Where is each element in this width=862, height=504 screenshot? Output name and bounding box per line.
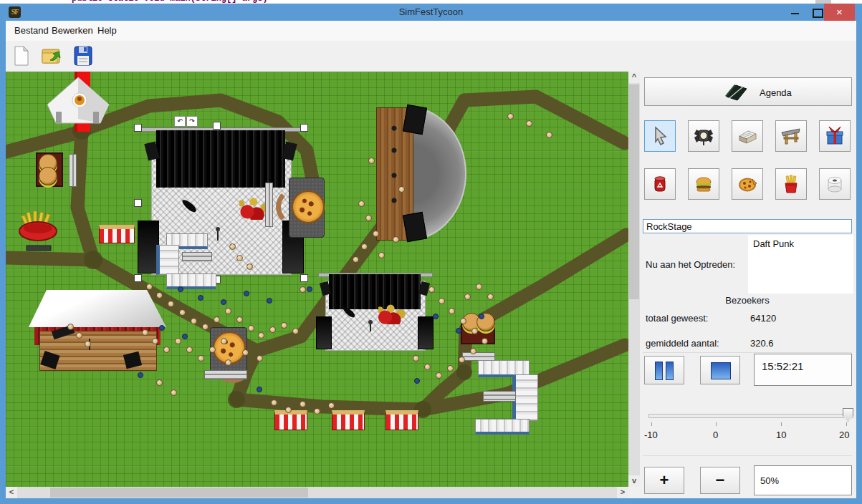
striped-stall-left[interactable]: [99, 225, 135, 243]
pizza-stand-bottom[interactable]: [203, 326, 254, 379]
toilet-roll-icon: [824, 173, 846, 195]
stop-button[interactable]: [700, 356, 740, 384]
zoom-level-value: 50%: [760, 475, 779, 486]
tool-stage[interactable]: [732, 120, 763, 152]
slider-label-min: -10: [644, 430, 658, 440]
rotate-cw-icon[interactable]: ↷: [186, 116, 198, 127]
tool-toilet-roll[interactable]: [819, 168, 851, 200]
bench[interactable]: [483, 391, 516, 402]
tool-spotlight[interactable]: [688, 120, 719, 152]
zoom-level-field[interactable]: 50%: [754, 465, 852, 495]
agenda-button[interactable]: Agenda: [644, 77, 852, 106]
side-panel: Agenda: [643, 72, 856, 498]
rotate-ccw-icon[interactable]: ↶: [174, 116, 186, 127]
center-stage[interactable]: [316, 273, 434, 352]
selection-handle[interactable]: [300, 274, 308, 282]
stage-name-field[interactable]: RockStage: [643, 219, 852, 233]
open-folder-icon: [40, 44, 63, 67]
tool-gift[interactable]: [819, 120, 851, 152]
window-content: Bestand Bewerken Help: [6, 21, 856, 498]
slider-label-0: 0: [713, 430, 718, 440]
scroll-left-icon[interactable]: <: [6, 487, 17, 498]
scroll-up-icon[interactable]: ^: [628, 72, 640, 83]
slider-tick: [651, 422, 652, 426]
divider: [643, 455, 852, 456]
scroll-right-icon[interactable]: >: [617, 487, 628, 498]
toolbar: [6, 41, 856, 72]
tool-select[interactable]: [644, 120, 676, 152]
save-floppy-icon: [72, 44, 95, 67]
minimize-button[interactable]: [785, 4, 806, 21]
vscroll-thumb[interactable]: [629, 84, 639, 299]
slider-tick: [781, 422, 782, 426]
close-button[interactable]: ×: [824, 4, 855, 21]
pause-icon: [655, 362, 663, 380]
scroll-down-icon[interactable]: v: [628, 475, 640, 487]
tool-fries[interactable]: [775, 168, 807, 200]
bench[interactable]: [182, 252, 212, 261]
maximize-icon: [813, 9, 823, 18]
slider-tick: [716, 422, 717, 426]
selection-handle[interactable]: [134, 274, 142, 282]
visitors-total-value: 64120: [750, 313, 776, 324]
map-hscrollbar[interactable]: < >: [6, 487, 628, 498]
menu-bewerken[interactable]: Bewerken: [46, 21, 99, 41]
pause-button[interactable]: [644, 356, 684, 384]
striped-stall-3[interactable]: [385, 410, 418, 430]
zoom-out-button[interactable]: −: [700, 467, 740, 494]
selection-handle[interactable]: [134, 124, 142, 132]
save-file-button[interactable]: [72, 44, 95, 67]
open-file-button[interactable]: [40, 44, 63, 67]
speed-slider[interactable]: [648, 414, 853, 418]
tool-gate[interactable]: [775, 120, 807, 152]
fries-stand[interactable]: [18, 211, 59, 254]
bench[interactable]: [69, 154, 77, 187]
main-area: ↶ ↷: [6, 72, 856, 498]
menu-help[interactable]: Help: [92, 21, 123, 41]
title-bar[interactable]: SF SimFestTycoon ×: [0, 4, 862, 21]
visitors-total-label: totaal geweest:: [646, 313, 708, 324]
visitors-avg-label: gemiddeld aantal:: [646, 338, 719, 349]
amphitheater-stage[interactable]: [376, 106, 466, 241]
selection-handle[interactable]: [134, 199, 142, 207]
festival-map[interactable]: ↶ ↷: [6, 72, 628, 487]
tool-burger[interactable]: [688, 168, 719, 200]
gift-icon: [824, 125, 846, 147]
clock-display: 15:52:21: [754, 354, 852, 386]
tool-pizza[interactable]: [732, 168, 763, 200]
selection-handle[interactable]: [300, 124, 308, 132]
spotlight-icon: [693, 125, 714, 147]
zoom-in-button[interactable]: +: [644, 467, 684, 494]
entrance-tent[interactable]: [47, 77, 109, 126]
hscroll-thumb[interactable]: [50, 488, 308, 498]
now-performing-value: Daft Punk: [753, 238, 794, 249]
gate-icon: [780, 125, 802, 147]
agenda-book-icon: [724, 82, 750, 102]
trash-bin-icon: [649, 173, 671, 195]
menu-bar: Bestand Bewerken Help: [6, 21, 856, 42]
pause-icon: [666, 362, 674, 380]
slider-label-max: 20: [839, 430, 849, 440]
striped-stall-1[interactable]: [274, 410, 307, 430]
striped-stall-2[interactable]: [332, 410, 365, 430]
bench[interactable]: [265, 183, 273, 227]
agenda-label: Agenda: [760, 87, 792, 98]
app-window: SF SimFestTycoon × Bestand Bewerken Help: [0, 4, 862, 504]
visitors-avg-value: 320.6: [750, 338, 774, 349]
burger-stand-left[interactable]: [36, 152, 63, 187]
white-stage[interactable]: [29, 290, 166, 371]
burger-icon: [693, 173, 714, 195]
slider-tick: [846, 422, 847, 426]
map-vscrollbar[interactable]: ^ v: [628, 72, 640, 487]
new-file-icon: [10, 44, 33, 67]
slider-thumb[interactable]: [843, 408, 853, 422]
pizza-stand-top[interactable]: [269, 178, 325, 238]
visitors-header: Bezoekers: [643, 295, 852, 306]
new-file-button[interactable]: [10, 44, 33, 67]
clock-value: 15:52:21: [762, 360, 803, 372]
burger-stand-right[interactable]: [461, 313, 495, 350]
tool-trash[interactable]: [644, 168, 676, 200]
window-title: SimFestTycoon: [0, 6, 862, 17]
selection-handle[interactable]: [213, 122, 221, 130]
toilet-block-left[interactable]: [155, 233, 223, 291]
